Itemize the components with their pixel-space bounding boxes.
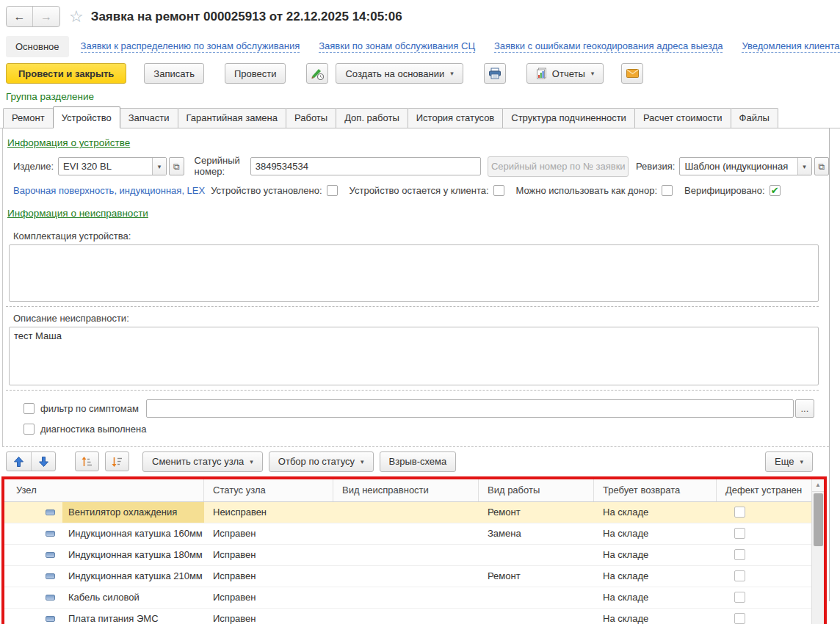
resize-splitter[interactable] xyxy=(6,302,819,307)
cell-node-status[interactable]: Исправен xyxy=(204,566,333,587)
vertical-scrollbar[interactable]: ▲ xyxy=(811,479,824,624)
table-row[interactable]: Вентилятор охлаждения Неисправен Ремонт … xyxy=(4,502,811,523)
group-separator-label[interactable]: Группа разделение xyxy=(0,90,840,106)
scroll-up-button[interactable]: ▲ xyxy=(812,479,824,492)
back-button[interactable]: ← xyxy=(7,7,33,26)
device-info-section-header[interactable]: Информация о устройстве xyxy=(7,137,130,148)
cell-return-required[interactable]: На складе xyxy=(594,545,717,565)
device-flag-checkbox[interactable]: ✔ xyxy=(770,185,781,196)
form-tab[interactable]: Гарантийная замена xyxy=(178,108,286,128)
chevron-down-icon[interactable]: ▾ xyxy=(152,158,166,175)
cell-node[interactable]: Кабель силовой xyxy=(4,587,204,608)
explosion-diagram-button[interactable]: Взрыв-схема xyxy=(380,451,457,472)
related-link[interactable]: Заявки по зонам обслуживания СЦ xyxy=(319,40,475,53)
form-tab[interactable]: Работы xyxy=(286,108,336,128)
table-row[interactable]: Индукционная катушка 210мм Исправен Ремо… xyxy=(4,566,811,587)
cell-return-required[interactable]: На складе xyxy=(594,566,717,587)
related-link[interactable]: Уведомления клиентам о и xyxy=(742,40,840,53)
diagnostics-checkbox[interactable] xyxy=(23,424,35,435)
related-link[interactable]: Заявки к распределению по зонам обслужив… xyxy=(81,40,300,53)
cell-node-status[interactable]: Исправен xyxy=(204,609,333,624)
form-tab[interactable]: Файлы xyxy=(731,108,778,128)
send-email-button[interactable] xyxy=(621,63,643,84)
cell-node-status[interactable]: Исправен xyxy=(204,523,333,544)
column-header[interactable]: Вид неисправности xyxy=(333,479,479,501)
column-header[interactable]: Требует возврата xyxy=(594,479,717,501)
cell-return-required[interactable]: На складе xyxy=(594,587,717,608)
cell-node[interactable]: Плата питания ЭМС xyxy=(4,609,204,624)
cell-node[interactable]: Индукционная катушка 210мм xyxy=(4,566,204,587)
cell-defect-fixed[interactable] xyxy=(717,587,811,608)
cell-work-kind[interactable] xyxy=(479,587,594,608)
symptom-filter-input[interactable] xyxy=(146,399,794,418)
post-button[interactable]: Провести xyxy=(225,63,286,84)
column-header[interactable]: Дефект устранен xyxy=(717,479,811,501)
cell-fault-kind[interactable] xyxy=(333,545,479,565)
product-open-button[interactable]: ⧉ xyxy=(169,157,184,175)
device-flag-checkbox[interactable] xyxy=(493,185,504,196)
cell-fault-kind[interactable] xyxy=(333,502,479,523)
table-row[interactable]: Индукционная катушка 160мм Исправен Заме… xyxy=(4,523,811,545)
table-row[interactable]: Индукционная катушка 180мм Исправен На с… xyxy=(4,545,811,566)
serial-number-input[interactable] xyxy=(250,157,481,175)
cell-defect-fixed[interactable] xyxy=(717,523,811,544)
fault-description-textarea[interactable]: тест Маша xyxy=(9,327,819,385)
cell-return-required[interactable]: На складе xyxy=(594,502,717,523)
product-combobox[interactable]: EVI 320 BL ▾ xyxy=(58,157,167,175)
revision-combobox[interactable]: Шаблон (индукционная ▾ xyxy=(679,157,811,175)
device-type-link[interactable]: Варочная поверхность, индукционная, LEX xyxy=(13,185,205,196)
save-button[interactable]: Записать xyxy=(144,63,204,84)
device-flag-checkbox[interactable] xyxy=(327,185,338,196)
device-flag-checkbox[interactable] xyxy=(662,185,673,196)
create-based-on-button[interactable]: Создать на основании ▾ xyxy=(336,63,463,84)
cell-work-kind[interactable] xyxy=(479,545,594,565)
set-time-pen-button[interactable] xyxy=(306,63,328,84)
scrollbar-thumb[interactable] xyxy=(814,493,823,546)
form-tab[interactable]: Ремонт xyxy=(3,108,54,128)
related-link[interactable]: Заявки с ошибками геокодирования адреса … xyxy=(494,40,723,53)
cell-node-status[interactable]: Исправен xyxy=(204,587,333,608)
form-tab[interactable]: Расчет стоимости xyxy=(634,108,731,128)
filter-by-status-button[interactable]: Отбор по статусу ▾ xyxy=(269,451,374,472)
column-header[interactable]: Вид работы xyxy=(479,479,594,501)
defect-fixed-checkbox[interactable] xyxy=(734,570,745,581)
cell-defect-fixed[interactable] xyxy=(717,502,811,523)
symptom-filter-checkbox[interactable] xyxy=(23,403,35,414)
cell-node[interactable]: Индукционная катушка 160мм xyxy=(4,523,204,544)
symptom-filter-choose-button[interactable]: ... xyxy=(795,399,814,418)
cell-node-status[interactable]: Исправен xyxy=(204,545,333,565)
column-header[interactable]: Узел xyxy=(4,479,204,501)
kit-textarea[interactable] xyxy=(9,244,819,302)
cell-work-kind[interactable] xyxy=(479,609,594,624)
sort-descending-button[interactable] xyxy=(105,451,129,471)
nav-tab-main[interactable]: Основное xyxy=(6,36,69,57)
sort-ascending-button[interactable] xyxy=(75,451,99,471)
cell-node[interactable]: Вентилятор охлаждения xyxy=(4,502,204,523)
cell-node-status[interactable]: Неисправен xyxy=(204,502,333,523)
favorite-star-icon[interactable]: ☆ xyxy=(69,7,84,26)
resize-splitter[interactable] xyxy=(6,385,819,391)
defect-fixed-checkbox[interactable] xyxy=(734,507,745,518)
cell-fault-kind[interactable] xyxy=(333,523,479,544)
cell-work-kind[interactable]: Ремонт xyxy=(479,566,594,587)
defect-fixed-checkbox[interactable] xyxy=(734,592,745,603)
cell-work-kind[interactable]: Ремонт xyxy=(479,502,594,523)
cell-return-required[interactable]: На складе xyxy=(594,609,717,624)
print-button[interactable] xyxy=(484,63,506,84)
move-row-up-button[interactable] xyxy=(7,452,31,471)
cell-return-required[interactable]: На складе xyxy=(594,523,717,544)
cell-fault-kind[interactable] xyxy=(333,587,479,608)
form-tab[interactable]: Запчасти xyxy=(120,108,178,128)
defect-fixed-checkbox[interactable] xyxy=(734,528,745,539)
more-button[interactable]: Еще ▾ xyxy=(765,451,813,472)
cell-defect-fixed[interactable] xyxy=(717,545,811,565)
revision-open-button[interactable]: ⧉ xyxy=(814,157,830,175)
cell-fault-kind[interactable] xyxy=(333,609,479,624)
serial-by-order-button[interactable]: Серийный номер по № заявки xyxy=(488,156,629,177)
change-node-status-button[interactable]: Сменить статус узла ▾ xyxy=(142,451,263,472)
reports-button[interactable]: Отчеты ▾ xyxy=(526,63,604,84)
cell-node[interactable]: Индукционная катушка 180мм xyxy=(4,545,204,565)
column-header[interactable]: Статус узла xyxy=(204,479,333,501)
table-row[interactable]: Плата питания ЭМС Исправен На складе xyxy=(4,609,811,624)
defect-fixed-checkbox[interactable] xyxy=(734,549,745,560)
